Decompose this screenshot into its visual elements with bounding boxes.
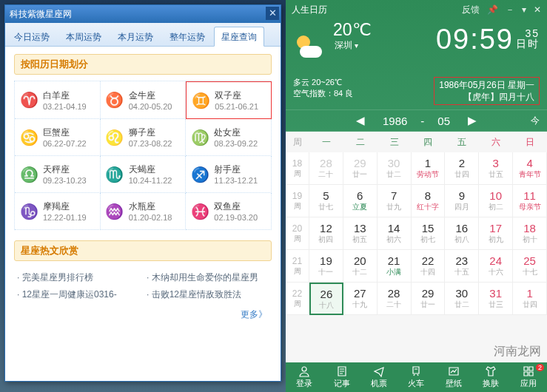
sign-水瓶座[interactable]: ♒水瓶座01.20-02.18: [101, 193, 187, 230]
feedback-link[interactable]: 反馈: [462, 4, 480, 16]
today-button[interactable]: 今: [531, 115, 540, 127]
day-cell[interactable]: 1劳动节: [412, 152, 446, 185]
day-cell[interactable]: 8红十字: [412, 185, 446, 217]
tab-2[interactable]: 本月运势: [110, 27, 161, 47]
zodiac-window: 科技紫微星座网 ✕ 今日运势本周运势本月运势整年运势星座查询 按阳历日期划分 ♈…: [4, 4, 281, 382]
close-icon[interactable]: ✕: [534, 4, 541, 15]
hot-link[interactable]: 12星座一周健康运0316-: [17, 288, 139, 301]
day-cell[interactable]: 11母亲节: [513, 185, 547, 217]
sign-天蝎座[interactable]: ♏天蝎座10.24-11.22: [101, 156, 187, 193]
zodiac-tabbar: 今日运势本周运势本月运势整年运势星座查询: [5, 23, 281, 47]
bottom-note[interactable]: 记事: [323, 362, 360, 392]
day-cell[interactable]: 22十四: [412, 250, 446, 283]
prev-month-icon[interactable]: ◀: [352, 114, 369, 127]
day-cell[interactable]: 14初六: [377, 217, 412, 250]
month-nav: ◀ 1986 - 05 ▶ 今: [286, 109, 547, 132]
tab-4[interactable]: 星座查询: [214, 27, 264, 47]
sign-狮子座[interactable]: ♌狮子座07.23-08.22: [101, 119, 187, 156]
clock-unit: 日时: [516, 38, 540, 49]
day-cell[interactable]: 10初二: [479, 185, 513, 217]
day-cell[interactable]: 29廿一: [343, 152, 377, 185]
sign-巨蟹座[interactable]: ♋巨蟹座06.22-07.22: [15, 119, 101, 156]
close-icon[interactable]: ✕: [266, 7, 279, 20]
minimize-icon[interactable]: －: [506, 4, 514, 16]
bottom-plane[interactable]: 机票: [360, 362, 397, 392]
nav-year[interactable]: 1986: [383, 115, 407, 127]
dow-header: 一: [309, 136, 343, 149]
zodiac-glyph-icon: ♎: [19, 165, 38, 184]
calendar-grid: 18周28二十29廿一30廿二1劳动节2廿四3廿五4青年节19周5廿七6立夏7廿…: [286, 152, 547, 315]
sign-处女座[interactable]: ♍处女座08.23-09.22: [186, 119, 272, 156]
sign-摩羯座[interactable]: ♑摩羯座12.22-01.19: [15, 193, 101, 230]
sign-射手座[interactable]: ♐射手座11.23-12.21: [186, 156, 272, 193]
week-number: 20周: [286, 217, 309, 250]
day-cell[interactable]: 18初十: [513, 217, 547, 250]
sign-双鱼座[interactable]: ♓双鱼座02.19-03.20: [186, 193, 272, 230]
hot-link[interactable]: 击败12星座情敌致胜法: [147, 288, 269, 301]
sign-白羊座[interactable]: ♈白羊座03.21-04.19: [15, 81, 101, 119]
day-cell[interactable]: 12初四: [309, 217, 343, 250]
day-cell[interactable]: 29廿一: [412, 283, 446, 315]
zodiac-glyph-icon: ♑: [19, 202, 38, 221]
day-cell[interactable]: 2廿四: [445, 152, 479, 185]
hot-link[interactable]: 完美星座男排行榜: [17, 271, 139, 284]
pin-icon[interactable]: 📌: [487, 4, 498, 15]
zodiac-glyph-icon: ♋: [19, 128, 38, 147]
day-cell[interactable]: 26十八: [309, 283, 343, 315]
sign-金牛座[interactable]: ♉金牛座04.20-05.20: [101, 81, 187, 119]
day-cell[interactable]: 3廿五: [479, 152, 513, 185]
day-cell[interactable]: 30廿二: [445, 283, 479, 315]
weather-icon[interactable]: [293, 24, 333, 74]
tab-3[interactable]: 整年运势: [162, 27, 212, 47]
day-cell[interactable]: 13初五: [343, 217, 377, 250]
day-cell[interactable]: 23十五: [445, 250, 479, 283]
day-cell[interactable]: 15初七: [412, 217, 446, 250]
zodiac-glyph-icon: ♏: [105, 165, 124, 184]
more-link[interactable]: 更多》: [14, 305, 272, 324]
date-line1: 1986年05月26日 星期一: [439, 79, 534, 91]
day-cell[interactable]: 24十六: [479, 250, 513, 283]
day-cell[interactable]: 21小满: [377, 250, 412, 283]
day-cell[interactable]: 30廿二: [377, 152, 412, 185]
bottom-pic[interactable]: 壁纸: [435, 362, 472, 392]
bottom-app[interactable]: 应用2: [510, 362, 547, 392]
day-cell[interactable]: 9四月: [445, 185, 479, 217]
calendar-titlebar[interactable]: 人生日历 反馈 📌 － ▾ ✕: [286, 0, 547, 19]
section-header-hot: 星座热文欣赏: [14, 240, 272, 261]
day-cell[interactable]: 5廿七: [309, 185, 343, 217]
week-number: 19周: [286, 185, 309, 217]
day-cell[interactable]: 4青年节: [513, 152, 547, 185]
zodiac-body: 按阳历日期划分 ♈白羊座03.21-04.19♉金牛座04.20-05.20♊双…: [5, 47, 281, 331]
zodiac-titlebar[interactable]: 科技紫微星座网 ✕: [5, 5, 281, 23]
bottom-user[interactable]: 登录: [286, 362, 323, 392]
weather-city[interactable]: 深圳: [335, 40, 358, 50]
zodiac-glyph-icon: ♓: [190, 202, 209, 221]
week-col-header: 周: [286, 136, 309, 149]
sign-天秤座[interactable]: ♎天秤座09.23-10.23: [15, 156, 101, 193]
hot-link[interactable]: 木纳却用生命爱你的星座男: [147, 271, 269, 284]
next-month-icon[interactable]: ▶: [463, 114, 481, 127]
badge: 2: [536, 364, 544, 371]
day-cell[interactable]: 1廿四: [513, 283, 547, 315]
tab-0[interactable]: 今日运势: [7, 27, 57, 47]
tab-1[interactable]: 本周运势: [58, 27, 109, 47]
day-cell[interactable]: 6立夏: [343, 185, 377, 217]
day-cell[interactable]: 20十二: [343, 250, 377, 283]
day-cell[interactable]: 28二十: [309, 152, 343, 185]
day-cell[interactable]: 27十九: [343, 283, 377, 315]
day-cell[interactable]: 19十一: [309, 250, 343, 283]
day-cell[interactable]: 16初八: [445, 217, 479, 250]
bottom-train[interactable]: 火车: [397, 362, 434, 392]
nav-month[interactable]: 05: [437, 115, 450, 127]
menu-icon[interactable]: ▾: [522, 4, 526, 15]
day-cell[interactable]: 28二十: [377, 283, 412, 315]
calendar-title: 人生日历: [292, 4, 462, 16]
bottom-skin[interactable]: 换肤: [472, 362, 509, 392]
clock: 09:59 35 日时: [429, 24, 540, 74]
day-cell[interactable]: 31廿三: [479, 283, 513, 315]
day-cell[interactable]: 17初九: [479, 217, 513, 250]
window-controls: 反馈 📌 － ▾ ✕: [462, 4, 541, 16]
day-cell[interactable]: 25十七: [513, 250, 547, 283]
sign-双子座[interactable]: ♊双子座05.21-06.21: [186, 81, 272, 119]
day-cell[interactable]: 7廿九: [377, 185, 412, 217]
